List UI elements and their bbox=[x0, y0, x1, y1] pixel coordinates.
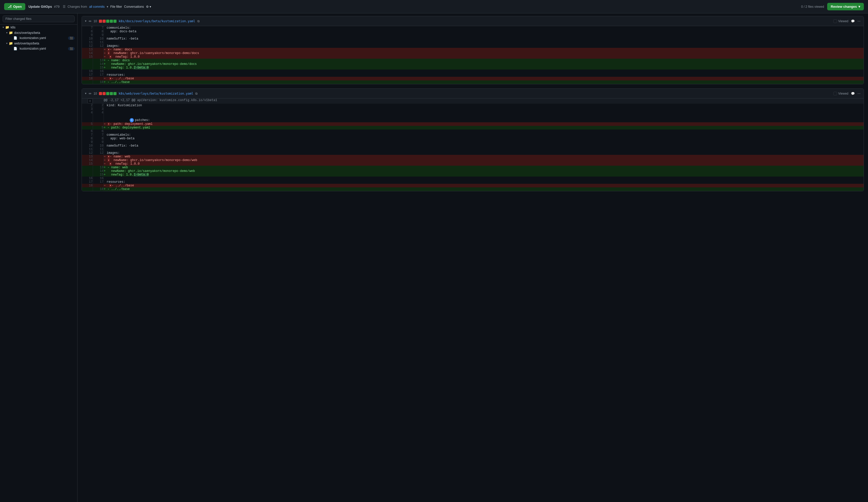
line-num-old: 10 bbox=[82, 37, 93, 41]
expand-hunk-button[interactable]: ↕ bbox=[87, 99, 93, 104]
line-num-old bbox=[82, 173, 93, 177]
comment-icon-1[interactable]: 💬 bbox=[851, 19, 855, 23]
line-num-old: 11 bbox=[82, 41, 93, 44]
line-content: + - path: deployment.yaml bbox=[104, 126, 864, 130]
table-row: 2 2 kind: Kustomization bbox=[82, 104, 864, 107]
sidebar-item-docs-overlays-beta[interactable]: ▾ 📁 docs/overlays/beta bbox=[0, 30, 77, 36]
viewed-label-1[interactable]: Viewed bbox=[834, 19, 848, 23]
line-content bbox=[104, 41, 864, 44]
all-commits-link[interactable]: all commits bbox=[89, 5, 105, 9]
line-num-new: 18 bbox=[93, 80, 104, 84]
table-row: 12 12 images: bbox=[82, 44, 864, 48]
review-changes-button[interactable]: Review changes ▾ bbox=[827, 3, 864, 10]
sidebar-item-kustomization2[interactable]: 📄 kustomization.yaml ⬛ bbox=[0, 46, 77, 51]
diff-table-1: 7 7 commonLabels: 8 8 app: docs-beta 9 9 bbox=[82, 26, 864, 84]
line-content: − ▪ newTag: 1.0.0 bbox=[104, 55, 864, 59]
open-button[interactable]: ⎇ Open bbox=[4, 3, 25, 10]
diff-badge-2: ⬛ bbox=[68, 47, 75, 50]
line-content: − ▪- ../../base bbox=[104, 184, 864, 188]
line-content: images: bbox=[104, 151, 864, 155]
line-content: resources: bbox=[104, 180, 864, 184]
line-num-new: 17 bbox=[93, 73, 104, 77]
collapse-icon-2[interactable]: ▾ bbox=[85, 92, 86, 95]
line-num-old bbox=[82, 126, 93, 130]
line-num-old: 15 bbox=[82, 55, 93, 59]
line-num-old bbox=[82, 59, 93, 62]
more-options-icon-1[interactable]: ⋯ bbox=[857, 19, 860, 23]
line-content: +patches: bbox=[104, 111, 864, 122]
line-content: + - name: docs bbox=[104, 59, 864, 62]
review-label: Review changes bbox=[831, 4, 857, 9]
copy-icon-2[interactable]: ⧉ bbox=[195, 92, 198, 96]
file-filter-label[interactable]: File filter bbox=[110, 5, 122, 9]
diff-view: ▾ ⇔ 10 k8s/docs/overlays/beta/kustomizat… bbox=[78, 13, 868, 502]
line-content bbox=[104, 70, 864, 73]
table-row: 18 + - ../../base bbox=[82, 80, 864, 84]
table-row: 9 9 bbox=[82, 33, 864, 37]
search-input[interactable] bbox=[3, 16, 75, 22]
line-num-old: 18 bbox=[82, 184, 93, 188]
viewed-checkbox-2[interactable] bbox=[834, 92, 837, 96]
folder-icon: 📁 bbox=[9, 31, 13, 34]
line-num-new: 7 bbox=[93, 26, 104, 30]
diff-header-2: ▾ ⇔ 10 k8s/web/overlays/beta/kustomizati… bbox=[82, 89, 864, 99]
table-row: 13 − ▪- name: docs bbox=[82, 48, 864, 51]
copy-icon-1[interactable]: ⧉ bbox=[197, 19, 200, 23]
gear-icon[interactable]: ⚙ ▾ bbox=[146, 5, 151, 9]
line-num-old: 13 bbox=[82, 155, 93, 159]
open-label: Open bbox=[13, 4, 22, 9]
line-content bbox=[104, 130, 864, 133]
sidebar-item-kustomization1[interactable]: 📄 kustomization.yaml ⬛ bbox=[0, 36, 77, 41]
expand-icon-2[interactable]: ⇔ bbox=[89, 91, 92, 96]
chevron-down-icon: ▾ bbox=[3, 26, 4, 29]
line-content: resources: bbox=[104, 73, 864, 77]
table-row: 16 16 bbox=[82, 70, 864, 73]
diff-stats-1 bbox=[99, 20, 116, 23]
diff-badge-1: ⬛ bbox=[68, 37, 75, 40]
line-content: − ▪ newName: ghcr.io/saenyakorn/monorepo… bbox=[104, 51, 864, 55]
line-num-old: 16 bbox=[82, 70, 93, 73]
table-row: 17 17 resources: bbox=[82, 180, 864, 184]
more-options-icon-2[interactable]: ⋯ bbox=[857, 92, 860, 96]
line-num-new: 14 bbox=[93, 62, 104, 66]
line-num-new bbox=[93, 162, 104, 166]
line-content bbox=[104, 140, 864, 144]
file-tree-sidebar: ▾ 📁 k8s ▾ 📁 docs/overlays/beta 📄 kustomi… bbox=[0, 13, 78, 502]
line-num-old: 5 bbox=[82, 122, 93, 126]
viewed-checkbox-1[interactable] bbox=[834, 19, 837, 23]
main-layout: ▾ 📁 k8s ▾ 📁 docs/overlays/beta 📄 kustomi… bbox=[0, 13, 868, 502]
line-content: + - ../../base bbox=[104, 80, 864, 84]
diff-table-2: ↕ @@ -2,17 +2,17 @@ apiVersion: kustomiz… bbox=[82, 99, 864, 191]
stat-green-3 bbox=[113, 20, 116, 23]
line-num-new: 12 bbox=[93, 151, 104, 155]
conversations-label[interactable]: Conversations bbox=[124, 5, 144, 9]
table-row: 18 − ▪- ../../base bbox=[82, 77, 864, 80]
stat-red-2 bbox=[103, 20, 106, 23]
line-content: + - name: web bbox=[104, 166, 864, 169]
table-row: 10 10 nameSuffix: -beta bbox=[82, 144, 864, 148]
table-row: 15 − ▪ newTag: 1.0.0 bbox=[82, 162, 864, 166]
diff-filename-2[interactable]: k8s/web/overlays/beta/kustomization.yaml bbox=[118, 92, 193, 96]
inline-comment-icon[interactable]: + bbox=[130, 118, 134, 122]
sidebar-item-k8s[interactable]: ▾ 📁 k8s bbox=[0, 24, 77, 30]
table-row: 8 8 app: docs-beta bbox=[82, 30, 864, 33]
line-num-old bbox=[82, 188, 93, 191]
comment-icon-2[interactable]: 💬 bbox=[851, 92, 855, 96]
line-content: + newName: ghcr.io/saenyakorn/monorepo-d… bbox=[104, 169, 864, 173]
top-bar-right: 0 / 2 files viewed Review changes ▾ bbox=[801, 3, 864, 10]
line-num-new: 13 bbox=[93, 166, 104, 169]
table-row: 16 16 bbox=[82, 177, 864, 180]
stat-red-4 bbox=[103, 92, 106, 95]
kustomization1-label: kustomization.yaml bbox=[20, 36, 46, 40]
line-num-new: 15 bbox=[93, 66, 104, 70]
line-content: app: web-beta bbox=[104, 137, 864, 140]
collapse-icon-1[interactable]: ▾ bbox=[85, 19, 86, 23]
sidebar-item-web-overlays-beta[interactable]: ▾ 📁 web/overlays/beta bbox=[0, 41, 77, 46]
viewed-label-2[interactable]: Viewed bbox=[834, 92, 848, 96]
expand-icon-1[interactable]: ⇔ bbox=[89, 19, 92, 23]
diff-filename-1[interactable]: k8s/docs/overlays/beta/kustomization.yam… bbox=[118, 19, 195, 23]
table-row: 4 4 +patches: bbox=[82, 111, 864, 122]
table-row: 8 8 app: web-beta bbox=[82, 137, 864, 140]
stat-red-3 bbox=[99, 92, 102, 95]
table-row: 18 − ▪- ../../base bbox=[82, 184, 864, 188]
